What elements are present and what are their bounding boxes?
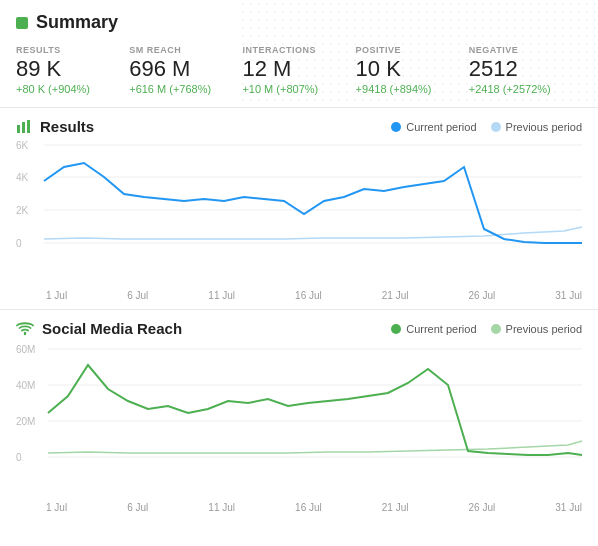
results-chart-title: Results bbox=[40, 118, 94, 135]
stat-value-1: 696 M bbox=[129, 57, 242, 81]
results-legend-previous: Previous period bbox=[491, 121, 582, 133]
stat-item-2: INTERACTIONS 12 M +10 M (+807%) bbox=[242, 45, 355, 95]
social-reach-title-area: Social Media Reach bbox=[16, 320, 182, 337]
x-label-1: 1 Jul bbox=[46, 290, 67, 301]
stat-item-1: SM REACH 696 M +616 M (+768%) bbox=[129, 45, 242, 95]
stat-change-3: +9418 (+894%) bbox=[356, 83, 469, 95]
stat-change-0: +80 K (+904%) bbox=[16, 83, 129, 95]
stat-value-3: 10 K bbox=[356, 57, 469, 81]
svg-rect-2 bbox=[27, 120, 30, 133]
social-reach-legend-previous: Previous period bbox=[491, 323, 582, 335]
results-chart-container: 6K 4K 2K 0 1 Jul 6 Jul 11 Jul 16 Jul 21 … bbox=[16, 139, 582, 309]
stat-change-1: +616 M (+768%) bbox=[129, 83, 242, 95]
current-period-dot bbox=[391, 122, 401, 132]
svg-text:4K: 4K bbox=[16, 172, 29, 183]
results-x-axis: 1 Jul 6 Jul 11 Jul 16 Jul 21 Jul 26 Jul … bbox=[16, 288, 582, 309]
stat-item-0: RESULTS 89 K +80 K (+904%) bbox=[16, 45, 129, 95]
stat-label-0: RESULTS bbox=[16, 45, 129, 55]
social-reach-legend-current: Current period bbox=[391, 323, 476, 335]
green-square-icon bbox=[16, 17, 28, 29]
stat-value-2: 12 M bbox=[242, 57, 355, 81]
svg-text:0: 0 bbox=[16, 452, 22, 463]
stat-value-0: 89 K bbox=[16, 57, 129, 81]
svg-text:0: 0 bbox=[16, 238, 22, 249]
svg-text:20M: 20M bbox=[16, 416, 35, 427]
social-reach-chart-container: 60M 40M 20M 0 1 Jul 6 Jul 11 Jul 16 Jul … bbox=[16, 341, 582, 521]
social-reach-chart-section: Social Media Reach Current period Previo… bbox=[0, 310, 598, 521]
stat-change-4: +2418 (+2572%) bbox=[469, 83, 582, 95]
results-chart-svg: 6K 4K 2K 0 bbox=[16, 139, 582, 284]
x-label-6: 26 Jul bbox=[469, 290, 496, 301]
stat-item-4: NEGATIVE 2512 +2418 (+2572%) bbox=[469, 45, 582, 95]
stat-label-4: NEGATIVE bbox=[469, 45, 582, 55]
social-reach-legend: Current period Previous period bbox=[391, 323, 582, 335]
previous-period-dot bbox=[491, 122, 501, 132]
stat-label-3: POSITIVE bbox=[356, 45, 469, 55]
svg-text:2K: 2K bbox=[16, 205, 29, 216]
sr-x-label-6: 26 Jul bbox=[469, 502, 496, 513]
results-legend: Current period Previous period bbox=[391, 121, 582, 133]
social-current-dot bbox=[391, 324, 401, 334]
sr-x-label-7: 31 Jul bbox=[555, 502, 582, 513]
results-chart-title-area: Results bbox=[16, 118, 94, 135]
svg-text:60M: 60M bbox=[16, 344, 35, 355]
social-legend-previous-label: Previous period bbox=[506, 323, 582, 335]
social-legend-current-label: Current period bbox=[406, 323, 476, 335]
sr-x-label-2: 6 Jul bbox=[127, 502, 148, 513]
svg-rect-1 bbox=[22, 122, 25, 133]
results-legend-previous-label: Previous period bbox=[506, 121, 582, 133]
social-reach-chart-header: Social Media Reach Current period Previo… bbox=[16, 320, 582, 337]
summary-section: Summary RESULTS 89 K +80 K (+904%) SM RE… bbox=[0, 0, 598, 108]
x-label-3: 11 Jul bbox=[208, 290, 235, 301]
summary-header: Summary bbox=[16, 12, 582, 33]
x-label-5: 21 Jul bbox=[382, 290, 409, 301]
x-label-4: 16 Jul bbox=[295, 290, 322, 301]
results-legend-current-label: Current period bbox=[406, 121, 476, 133]
summary-title: Summary bbox=[36, 12, 118, 33]
social-reach-chart-svg: 60M 40M 20M 0 bbox=[16, 341, 582, 496]
social-reach-x-axis: 1 Jul 6 Jul 11 Jul 16 Jul 21 Jul 26 Jul … bbox=[16, 500, 582, 521]
results-chart-header: Results Current period Previous period bbox=[16, 118, 582, 135]
svg-text:40M: 40M bbox=[16, 380, 35, 391]
sr-x-label-4: 16 Jul bbox=[295, 502, 322, 513]
stat-change-2: +10 M (+807%) bbox=[242, 83, 355, 95]
sr-x-label-1: 1 Jul bbox=[46, 502, 67, 513]
x-label-2: 6 Jul bbox=[127, 290, 148, 301]
results-legend-current: Current period bbox=[391, 121, 476, 133]
social-previous-dot bbox=[491, 324, 501, 334]
stat-value-4: 2512 bbox=[469, 57, 582, 81]
stat-label-2: INTERACTIONS bbox=[242, 45, 355, 55]
svg-text:6K: 6K bbox=[16, 140, 29, 151]
x-label-7: 31 Jul bbox=[555, 290, 582, 301]
stat-item-3: POSITIVE 10 K +9418 (+894%) bbox=[356, 45, 469, 95]
stat-label-1: SM REACH bbox=[129, 45, 242, 55]
svg-rect-0 bbox=[17, 125, 20, 133]
sr-x-label-3: 11 Jul bbox=[208, 502, 235, 513]
sr-x-label-5: 21 Jul bbox=[382, 502, 409, 513]
stats-row: RESULTS 89 K +80 K (+904%) SM REACH 696 … bbox=[16, 45, 582, 95]
svg-point-11 bbox=[24, 332, 26, 334]
bar-chart-icon bbox=[16, 119, 32, 135]
wifi-icon bbox=[16, 322, 34, 336]
social-reach-chart-title: Social Media Reach bbox=[42, 320, 182, 337]
results-chart-section: Results Current period Previous period 6… bbox=[0, 108, 598, 310]
